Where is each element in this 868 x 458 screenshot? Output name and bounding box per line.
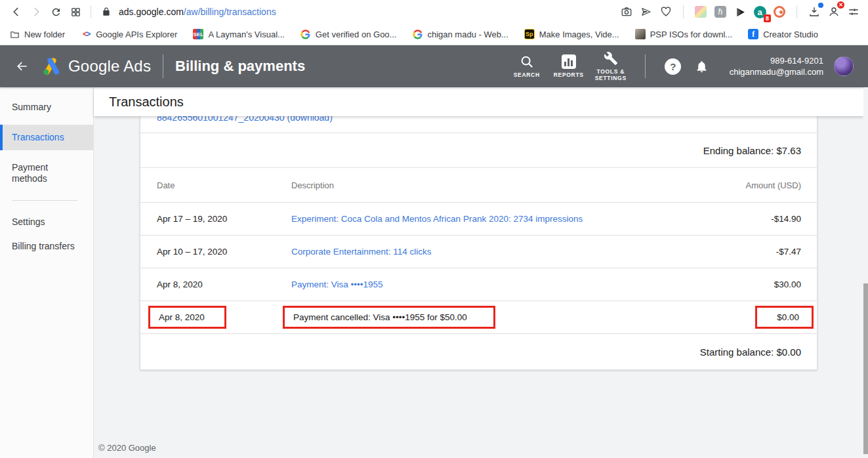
table-row: Apr 8, 2020 Payment: Visa ••••1955 $30.0… <box>140 268 817 301</box>
header-divider <box>163 54 163 78</box>
column-header-description: Description <box>291 180 646 190</box>
header-divider <box>645 54 646 78</box>
bookmarks-bar: New folder <> Google APIs Explorer SEL A… <box>0 24 868 45</box>
help-button[interactable]: ? <box>660 58 686 75</box>
cube-extension-icon[interactable] <box>693 4 709 20</box>
transaction-description-link[interactable]: Experiment: Coca Cola and Mentos African… <box>291 214 583 224</box>
sidebar-item-summary[interactable]: Summary <box>0 95 93 119</box>
account-phone: 989-614-9201 <box>730 55 823 66</box>
camera-extension-icon[interactable] <box>772 4 787 20</box>
bookmark-make-images[interactable]: Sp Make Images, Vide... <box>524 29 619 39</box>
document-link-row: 8842655601001247_20200430 (download) <box>140 116 817 133</box>
transaction-date: Apr 17 – 19, 2020 <box>140 214 291 224</box>
transaction-amount: -$7.47 <box>646 247 817 257</box>
starting-balance-row: Starting balance: $0.00 <box>140 334 817 369</box>
toolbar-divider <box>91 5 91 18</box>
toolbar-divider <box>683 5 684 18</box>
sel-icon: SEL <box>193 29 203 39</box>
folder-icon <box>9 29 20 39</box>
spark-icon: Sp <box>524 29 535 39</box>
avatar[interactable] <box>834 56 854 76</box>
sidebar-item-transactions[interactable]: Transactions <box>0 125 93 150</box>
google-g-icon <box>412 29 423 39</box>
search-icon <box>520 54 534 69</box>
facebook-icon: f <box>748 29 758 39</box>
column-header-date: Date <box>140 180 291 190</box>
bookmark-psp-isos[interactable]: PSP ISOs for downl... <box>635 29 732 39</box>
extension-badge: 8 <box>764 14 771 22</box>
bookmark-apis-explorer[interactable]: <> Google APIs Explorer <box>81 29 177 39</box>
scrollbar-thumb[interactable] <box>863 283 868 454</box>
highlight-box-date: Apr 8, 2020 <box>148 306 226 329</box>
reports-icon <box>562 54 576 69</box>
address-bar[interactable]: ads.google.com/aw/billing/transactions <box>102 7 619 17</box>
download-notification-dot <box>818 3 823 8</box>
google-g-icon <box>300 29 311 39</box>
transaction-amount: $30.00 <box>646 280 817 289</box>
play-extension-icon[interactable] <box>732 4 748 20</box>
bookmark-creator-studio[interactable]: f Creator Studio <box>748 29 818 39</box>
bookmark-new-folder[interactable]: New folder <box>9 29 65 39</box>
hbar-extension-icon[interactable]: ℏ <box>713 4 728 20</box>
column-header-amount: Amount (USD) <box>646 180 817 190</box>
back-icon[interactable] <box>7 2 26 22</box>
transaction-description-link[interactable]: Corporate Entertainment: 114 clicks <box>291 247 432 257</box>
sidebar-item-settings[interactable]: Settings <box>0 210 93 234</box>
sidebar-divider <box>12 200 77 201</box>
profile-icon[interactable]: ✕ <box>826 4 842 20</box>
highlight-box-description: Payment cancelled: Visa ••••1955 for $50… <box>283 306 495 329</box>
refresh-icon[interactable] <box>46 2 66 22</box>
lock-icon <box>102 7 111 16</box>
forward-icon[interactable] <box>26 2 46 22</box>
transaction-date: Apr 8, 2020 <box>140 280 291 289</box>
page-title-bar: Transactions <box>94 87 863 116</box>
code-brackets-icon: <> <box>81 29 91 39</box>
tools-settings-nav-button[interactable]: TOOLS &SETTINGS <box>591 51 630 81</box>
browser-toolbar: ads.google.com/aw/billing/transactions ℏ <box>0 0 868 24</box>
table-row-highlighted: Apr 8, 2020 Payment cancelled: Visa ••••… <box>140 301 817 334</box>
url-text[interactable]: ads.google.com/aw/billing/transactions <box>119 7 276 17</box>
page-title: Transactions <box>109 94 184 110</box>
transaction-date: Apr 10 – 17, 2020 <box>140 247 291 257</box>
favorites-heart-icon[interactable] <box>658 4 674 20</box>
notifications-button[interactable] <box>689 60 715 73</box>
product-name: Google Ads <box>68 57 151 75</box>
document-download-link[interactable]: 8842655601001247_20200430 (download) <box>157 116 333 123</box>
transactions-card: 8842655601001247_20200430 (download) End… <box>140 116 817 370</box>
google-ads-logo-icon <box>42 56 62 76</box>
bell-icon <box>695 60 709 73</box>
header-back-icon[interactable] <box>10 54 34 78</box>
screenshot-camera-icon[interactable] <box>619 4 634 20</box>
tab-groups-icon[interactable] <box>66 2 85 22</box>
bookmark-get-verified[interactable]: Get verified on Goo... <box>300 29 397 39</box>
reports-nav-button[interactable]: REPORTS <box>549 54 589 78</box>
section-title: Billing & payments <box>175 58 305 75</box>
account-email: chiganmadu@gmail.com <box>730 66 823 77</box>
scrollbar-track[interactable] <box>863 87 868 458</box>
billing-sidebar: Summary Transactions Payment methods Set… <box>0 87 94 458</box>
profile-error-badge: ✕ <box>837 1 844 9</box>
table-row: Apr 17 – 19, 2020 Experiment: Coca Cola … <box>140 203 817 236</box>
account-info: 989-614-9201 chiganmadu@gmail.com <box>730 55 823 77</box>
game-art-icon <box>635 29 646 39</box>
bookmark-laymans-visual[interactable]: SEL A Layman's Visual... <box>193 29 284 39</box>
screen: ads.google.com/aw/billing/transactions ℏ <box>0 0 868 458</box>
google-ads-header: Google Ads Billing & payments SEARCH REP… <box>0 45 868 87</box>
toolbar-divider <box>796 5 797 18</box>
settings-tune-icon[interactable] <box>846 4 861 20</box>
share-send-icon[interactable] <box>638 4 654 20</box>
copyright-footer: © 2020 Google <box>98 443 156 453</box>
help-icon: ? <box>665 58 681 75</box>
search-nav-button[interactable]: SEARCH <box>507 54 547 78</box>
bookmark-chigan-madu[interactable]: chigan madu - Web... <box>412 29 508 39</box>
ending-balance-row: Ending balance: $7.63 <box>140 133 817 168</box>
wrench-icon <box>604 51 618 66</box>
sidebar-item-payment-methods[interactable]: Payment methods <box>0 156 72 191</box>
ending-balance: Ending balance: $7.63 <box>703 145 801 156</box>
transaction-amount: -$14.90 <box>646 214 817 224</box>
sidebar-item-billing-transfers[interactable]: Billing transfers <box>0 234 93 259</box>
downloads-icon[interactable] <box>806 4 822 20</box>
transaction-description-link[interactable]: Payment: Visa ••••1955 <box>291 280 382 289</box>
a-extension-icon[interactable]: a 8 <box>752 4 768 20</box>
table-header-row: Date Description Amount (USD) <box>140 168 817 203</box>
